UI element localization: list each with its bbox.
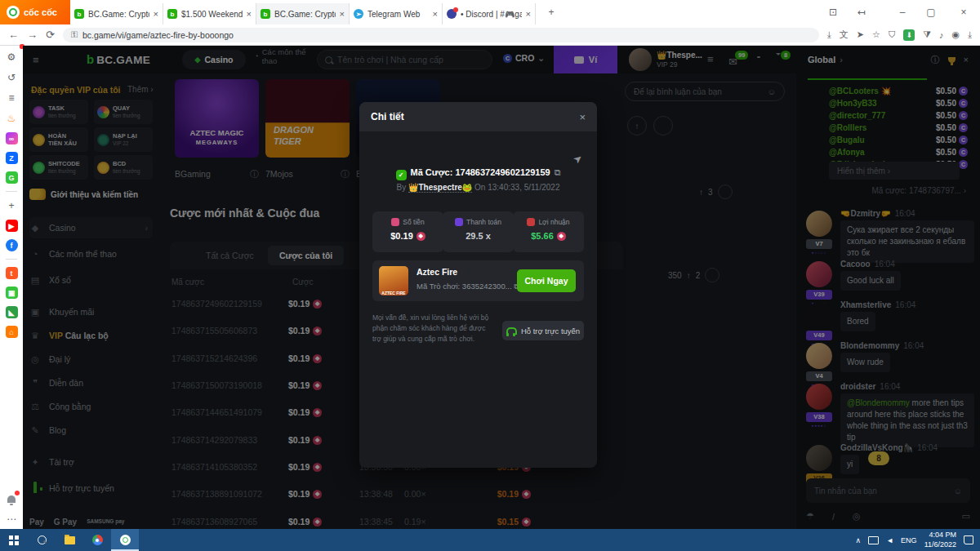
url-box[interactable]: ⚿ bc.game/vi/game/aztec-fire-by-booongo: [63, 28, 819, 42]
info-icon[interactable]: ⓘ: [250, 168, 259, 180]
nav-casino[interactable]: ◆Casino›: [29, 217, 153, 238]
thumb-up-icon[interactable]: ↑: [627, 116, 647, 136]
modal-close-icon[interactable]: ×: [579, 111, 586, 123]
show-more-button[interactable]: Hiển thị thêm ›: [829, 162, 960, 180]
settings-gear-icon[interactable]: ⚙: [5, 51, 18, 64]
coccoc-brand[interactable]: cốc cốc: [0, 0, 70, 24]
chat-info-icon[interactable]: ⓘ: [931, 54, 940, 66]
mention[interactable]: @Blondemommy: [847, 398, 910, 407]
language-indicator[interactable]: ENG: [901, 536, 917, 544]
emoji-icon[interactable]: ☺: [954, 487, 962, 495]
nav-blog[interactable]: ✎Blog: [29, 420, 153, 441]
thumb-up-icon[interactable]: ↑: [687, 271, 691, 280]
tab-sports[interactable]: ◔ Các môn thể thao: [254, 48, 311, 66]
avatar[interactable]: [806, 445, 832, 471]
user-name[interactable]: 👑Thespe...: [657, 51, 702, 60]
messenger-icon[interactable]: ∞: [6, 132, 18, 144]
tab-casino[interactable]: ◆ Casino: [182, 50, 246, 69]
menu-burger-icon[interactable]: ≡: [33, 54, 39, 66]
translate-icon[interactable]: 文: [840, 29, 849, 41]
emoji-react-icon[interactable]: [653, 116, 673, 136]
news-icon[interactable]: ≡: [5, 91, 18, 104]
referral-banner[interactable]: Giới thiệu và kiếm tiền: [29, 183, 153, 206]
reading-mode-icon[interactable]: ⊡: [821, 0, 845, 24]
history-icon[interactable]: ↺: [5, 71, 18, 84]
avatar[interactable]: [806, 302, 832, 328]
chrome-button[interactable]: [83, 529, 111, 551]
coccoc-button-active[interactable]: [111, 529, 139, 551]
live-support-button[interactable]: Hỗ trợ trực tuyến: [502, 321, 584, 340]
card-icon[interactable]: ▭: [962, 511, 970, 522]
nav-promotions[interactable]: ▣Khuyến mãi: [29, 301, 153, 322]
taskbar-search[interactable]: [28, 529, 56, 551]
player-name[interactable]: 👑Thespectre🐸: [408, 183, 472, 193]
window-close-button[interactable]: ×: [951, 0, 976, 24]
new-messages-pill[interactable]: 8: [868, 451, 889, 465]
avatar[interactable]: [806, 261, 832, 287]
tab-close-icon[interactable]: ×: [526, 9, 531, 19]
start-button[interactable]: [0, 529, 28, 551]
comment-input[interactable]: Để lại bình luận của bạn ☺: [625, 82, 785, 101]
chat-bet-reference[interactable]: Mã cược: 1748736797... ›: [796, 186, 966, 195]
profile-icon[interactable]: ◉: [952, 29, 960, 40]
chat-username[interactable]: Blondemommy: [840, 341, 899, 350]
share-icon[interactable]: ➤: [571, 151, 586, 167]
chat-username[interactable]: 🤜Dzmitry🤛: [840, 209, 891, 218]
mail-icon[interactable]: ✉99: [728, 56, 737, 68]
game-thumbnail[interactable]: AZTEC FIRE: [379, 266, 408, 295]
vip-tile-spin[interactable]: QUAYtiền thưởng: [94, 100, 153, 124]
reply-icon[interactable]: [718, 184, 733, 199]
volume-icon[interactable]: ◄: [886, 536, 893, 544]
games-icon[interactable]: G: [6, 171, 18, 184]
downloads-tray-icon[interactable]: ⤓: [968, 29, 972, 40]
avatar[interactable]: [806, 384, 832, 410]
zalo-icon[interactable]: Z: [6, 152, 18, 164]
bookmark-star-icon[interactable]: ☆: [872, 29, 880, 40]
action-center-icon[interactable]: [964, 535, 973, 544]
extensions-puzzle-icon[interactable]: ⧩: [923, 29, 931, 40]
emoji-icon[interactable]: ☺: [768, 87, 776, 96]
bet-list-icon[interactable]: ≡: [707, 53, 714, 65]
vip-more-link[interactable]: Thêm ›: [127, 85, 154, 94]
facebook-icon[interactable]: f: [6, 239, 18, 251]
copy-icon[interactable]: ⧉: [555, 167, 561, 177]
tab-my-bets[interactable]: Cược của tôi: [268, 246, 344, 265]
avatar[interactable]: [806, 211, 832, 237]
vip-tile-task[interactable]: TASKtiền thưởng: [29, 100, 88, 124]
user-avatar[interactable]: [629, 48, 652, 71]
comment-like-row[interactable]: ↑ 3: [699, 184, 733, 199]
nav-affiliate[interactable]: ◎Đại lý: [29, 349, 153, 370]
chat-input[interactable]: Tin nhắn của bạn ☺: [806, 478, 970, 503]
play-now-button[interactable]: Chơi Ngay: [517, 269, 576, 292]
window-maximize-button[interactable]: ▢: [919, 0, 943, 24]
tab-all-bets[interactable]: Tất cả Cược: [194, 246, 265, 265]
file-explorer-button[interactable]: [56, 529, 83, 551]
notification-bell-icon[interactable]: [5, 492, 18, 505]
new-tab-button[interactable]: +: [539, 0, 564, 24]
tab-close-icon[interactable]: ×: [154, 9, 158, 19]
avatar[interactable]: [806, 343, 832, 369]
gift-icon[interactable]: ▣: [6, 287, 18, 299]
music-icon[interactable]: ♪: [939, 30, 944, 40]
nav-lottery[interactable]: ▤Xổ số: [29, 269, 153, 291]
tiki-icon[interactable]: t: [6, 267, 18, 279]
nav-fairness[interactable]: ⚖Công bằng: [29, 396, 153, 417]
bet-row[interactable]: 1748637138891091072 $0.19◆ 13:38:48 0.00…: [172, 481, 531, 508]
thumb-up-icon[interactable]: ↑: [699, 188, 703, 197]
tab-send-icon[interactable]: ↤: [849, 0, 874, 24]
tray-expand-icon[interactable]: ∧: [856, 536, 862, 544]
tab-close-icon[interactable]: ×: [340, 9, 345, 19]
vip-tile-cashback[interactable]: HOÀNTIỀN XẤU: [29, 127, 88, 152]
rain-icon[interactable]: ☂: [806, 511, 814, 522]
browser-tab-active[interactable]: b BC.Game: Crypto Casino Gan ×: [256, 3, 350, 24]
taskbar-clock[interactable]: 4:04 PM 11/6/2022: [924, 531, 956, 549]
add-shortcut-icon[interactable]: +: [5, 199, 18, 212]
vip-tile-bcd[interactable]: BCDtiền thưởng: [94, 155, 153, 180]
browser-tab[interactable]: • Discord | #🎮games | BC G ×: [443, 3, 536, 24]
vip-tile-shitcode[interactable]: SHITCODEtiền thưởng: [29, 155, 88, 180]
nav-sports[interactable]: ◔Các môn thể thao: [29, 243, 153, 264]
game-card-dragon-tiger[interactable]: DRAGON TIGER: [265, 79, 350, 158]
chat-username[interactable]: droidster: [840, 382, 875, 391]
reply-icon[interactable]: [705, 268, 719, 282]
game-provider[interactable]: 7Mojosⓘ: [265, 166, 350, 182]
